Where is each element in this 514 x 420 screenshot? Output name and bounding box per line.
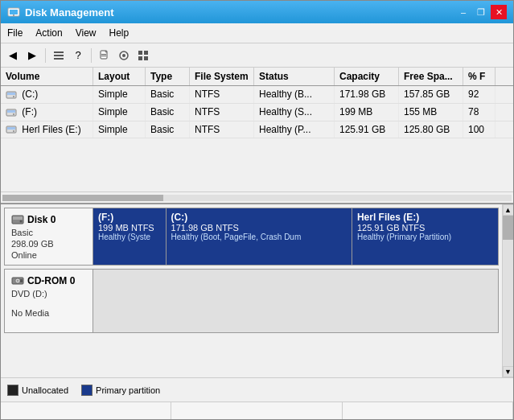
disk-0-partitions: (F:) 199 MB NTFS Healthy (Syste (C:) 171… <box>93 208 498 265</box>
row3-pct: 100 <box>463 121 495 138</box>
list-icon <box>53 50 64 61</box>
status-seg-1 <box>1 402 171 419</box>
svg-point-26 <box>20 220 23 223</box>
menu-action[interactable]: Action <box>29 25 68 41</box>
main-window: Disk Management – ❐ ✕ File Action View H… <box>0 0 514 420</box>
forward-button[interactable]: ▶ <box>23 47 41 64</box>
close-button[interactable]: ✕ <box>491 5 507 19</box>
legend-primary-label: Primary partition <box>96 385 160 395</box>
row3-free: 125.80 GB <box>399 121 463 138</box>
svg-rect-3 <box>54 51 64 53</box>
partition-c-name: (C:) <box>171 212 347 223</box>
partition-c-size: 171.98 GB NTFS <box>171 223 347 233</box>
row1-layout: Simple <box>93 86 146 103</box>
vscroll-thumb[interactable] <box>503 216 513 240</box>
partition-e-status: Healthy (Primary Partition) <box>357 233 493 241</box>
settings-icon <box>118 50 130 61</box>
svg-point-17 <box>13 96 14 97</box>
table-row[interactable]: Herl Files (E:) Simple Basic NTFS Health… <box>1 121 513 139</box>
menu-file[interactable]: File <box>1 25 29 41</box>
svg-rect-8 <box>101 56 106 56</box>
drive-icon-c <box>6 89 22 100</box>
partition-c[interactable]: (C:) 171.98 GB NTFS Healthy (Boot, PageF… <box>167 208 352 265</box>
vscroll-down-arrow[interactable]: ▼ <box>503 366 514 377</box>
svg-rect-11 <box>138 51 142 55</box>
row1-type: Basic <box>146 86 190 103</box>
cdrom-0-status: No Media <box>11 308 86 318</box>
partition-f-status: Healthy (Syste <box>98 233 161 241</box>
legend-unalloc-box <box>7 385 19 396</box>
status-bar <box>1 401 513 419</box>
svg-rect-22 <box>7 127 15 130</box>
row2-free: 155 MB <box>399 104 463 121</box>
grid-icon <box>138 50 149 61</box>
title-bar-left: Disk Management <box>7 6 114 19</box>
table-header: Volume Layout Type File System Status Ca… <box>1 68 513 86</box>
menu-view[interactable]: View <box>69 25 103 41</box>
row2-type: Basic <box>146 104 190 121</box>
disk-section: Disk 0 Basic 298.09 GB Online (F:) 199 M… <box>1 204 502 377</box>
partition-c-status: Healthy (Boot, PageFile, Crash Dum <box>171 233 347 241</box>
hscroll-thumb[interactable] <box>2 195 163 201</box>
title-bar-buttons: – ❐ ✕ <box>455 5 507 19</box>
toolbar-btn-list[interactable] <box>50 47 68 64</box>
row1-pct: 92 <box>463 86 495 103</box>
partition-f[interactable]: (F:) 199 MB NTFS Healthy (Syste <box>93 208 167 265</box>
legend-primary-box <box>81 385 93 396</box>
cdrom-0-icon <box>11 274 24 287</box>
partition-e[interactable]: Herl Files (E:) 125.91 GB NTFS Healthy (… <box>352 208 498 265</box>
svg-rect-19 <box>7 110 15 113</box>
row3-capacity: 125.91 GB <box>335 121 399 138</box>
disk-section-wrapper: Disk 0 Basic 298.09 GB Online (F:) 199 M… <box>1 204 513 377</box>
help-button[interactable]: ? <box>69 47 87 64</box>
row2-layout: Simple <box>93 104 146 121</box>
toolbar-sep-2 <box>91 48 92 63</box>
svg-rect-12 <box>144 51 148 55</box>
disk-0-title: Disk 0 <box>11 213 86 226</box>
row1-fs: NTFS <box>190 86 254 103</box>
header-fs: File System <box>190 68 254 85</box>
table-row[interactable]: (C:) Simple Basic NTFS Healthy (B... 171… <box>1 86 513 104</box>
row3-type: Basic <box>146 121 190 138</box>
row3-fs: NTFS <box>190 121 254 138</box>
svg-point-23 <box>13 130 14 132</box>
toolbar-btn-doc[interactable] <box>96 47 113 64</box>
back-button[interactable]: ◀ <box>4 47 22 64</box>
row3-volume: Herl Files (E:) <box>1 121 93 138</box>
hscroll-track <box>2 195 512 201</box>
cdrom-0-content <box>93 270 498 332</box>
legend-unallocated: Unallocated <box>7 385 68 396</box>
horizontal-scrollbar[interactable] <box>1 191 513 203</box>
header-layout: Layout <box>93 68 146 85</box>
toolbar-btn-grid[interactable] <box>134 47 152 64</box>
partition-f-size: 199 MB NTFS <box>98 223 161 233</box>
menu-help[interactable]: Help <box>103 25 136 41</box>
table-row[interactable]: (F:) Simple Basic NTFS Healthy (S... 199… <box>1 104 513 121</box>
header-volume: Volume <box>1 68 93 85</box>
row1-volume: (C:) <box>1 86 93 103</box>
disk-0-icon <box>11 213 24 226</box>
svg-point-2 <box>13 14 14 16</box>
vscroll-up-arrow[interactable]: ▲ <box>503 204 514 216</box>
title-bar: Disk Management – ❐ ✕ <box>1 1 513 23</box>
row2-status: Healthy (S... <box>254 104 335 121</box>
disk-0-status: Online <box>11 250 86 260</box>
legend-unalloc-label: Unallocated <box>22 385 68 395</box>
main-content: Volume Layout Type File System Status Ca… <box>1 68 513 419</box>
svg-point-20 <box>13 113 14 115</box>
header-type: Type <box>146 68 190 85</box>
restore-button[interactable]: ❐ <box>473 5 489 19</box>
row2-pct: 78 <box>463 104 495 121</box>
disk-0-size: 298.09 GB <box>11 239 86 249</box>
cdrom-0-type: DVD (D:) <box>11 289 86 299</box>
toolbar-btn-settings[interactable] <box>115 47 133 64</box>
window-title: Disk Management <box>25 6 114 19</box>
row2-volume: (F:) <box>1 104 93 121</box>
toolbar: ◀ ▶ ? <box>1 43 513 68</box>
status-seg-3 <box>343 402 513 419</box>
header-status: Status <box>254 68 335 85</box>
minimize-button[interactable]: – <box>455 5 471 19</box>
drive-icon-f <box>6 106 22 117</box>
cdrom-0-title: CD-ROM 0 <box>11 274 86 287</box>
svg-rect-4 <box>54 55 64 56</box>
